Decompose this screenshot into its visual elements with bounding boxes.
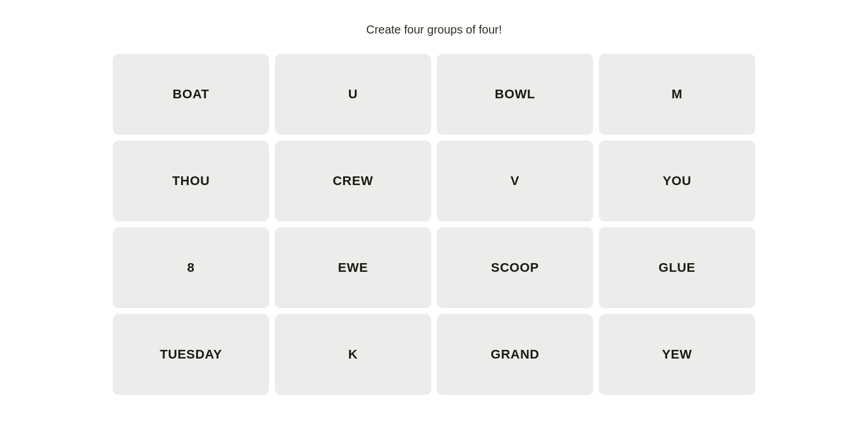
tile-label-k: K [348,347,358,362]
tile-boat[interactable]: BOAT [113,54,269,135]
tile-label-glue: GLUE [659,260,696,275]
tile-label-bowl: BOWL [495,87,535,102]
tile-v[interactable]: V [437,141,593,221]
tile-label-ewe: EWE [338,260,368,275]
tile-grand[interactable]: GRAND [437,314,593,395]
tile-label-u: U [348,87,358,102]
tile-label-crew: CREW [333,173,373,189]
tile-scoop[interactable]: SCOOP [437,227,593,308]
tile-k[interactable]: K [275,314,431,395]
tile-label-grand: GRAND [491,347,539,362]
tile-crew[interactable]: CREW [275,141,431,221]
tile-u[interactable]: U [275,54,431,135]
tile-label-yew: YEW [662,347,692,362]
tile-m[interactable]: M [599,54,755,135]
tile-glue[interactable]: GLUE [599,227,755,308]
tile-label-scoop: SCOOP [491,260,539,275]
tile-label-8: 8 [187,260,195,275]
tile-bowl[interactable]: BOWL [437,54,593,135]
tile-ewe[interactable]: EWE [275,227,431,308]
tile-label-boat: BOAT [172,87,209,102]
tile-label-thou: THOU [172,173,210,189]
word-grid: BOATUBOWLMTHOUCREWVYOU8EWESCOOPGLUETUESD… [113,54,755,395]
tile-label-m: M [672,87,683,102]
tile-8[interactable]: 8 [113,227,269,308]
tile-yew[interactable]: YEW [599,314,755,395]
page-subtitle: Create four groups of four! [366,23,502,36]
tile-you[interactable]: YOU [599,141,755,221]
tile-thou[interactable]: THOU [113,141,269,221]
tile-tuesday[interactable]: TUESDAY [113,314,269,395]
tile-label-you: YOU [663,173,692,189]
tile-label-v: V [510,173,519,189]
tile-label-tuesday: TUESDAY [160,347,222,362]
